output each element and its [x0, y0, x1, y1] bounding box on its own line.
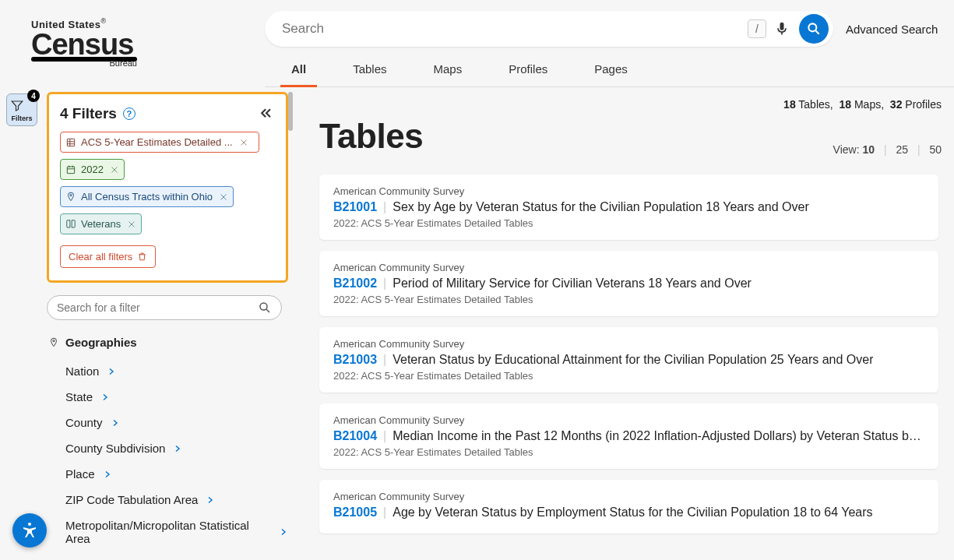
filters-panel: 4 Filters ? ACS 5-Year Estimates Detaile… [47, 92, 288, 283]
result-meta: 2022: ACS 5-Year Estimates Detailed Tabl… [333, 217, 924, 229]
chevron-right-icon [100, 393, 110, 402]
chevron-right-icon [206, 495, 215, 505]
result-id[interactable]: B21003 [333, 353, 377, 367]
geo-item-label: County [65, 416, 103, 429]
sidebar-scrollbar[interactable] [288, 92, 293, 131]
result-id[interactable]: B21004 [333, 429, 377, 443]
geo-item[interactable]: County Subdivision [65, 435, 288, 461]
tab-all[interactable]: All [291, 55, 306, 86]
calendar-icon [65, 164, 76, 175]
trash-icon [137, 252, 147, 262]
remove-filter-button[interactable] [127, 220, 136, 229]
collapse-panel-button[interactable] [258, 105, 275, 122]
result-source: American Community Survey [333, 262, 924, 273]
view-option-selected[interactable]: 10 [862, 143, 875, 156]
search-button[interactable] [799, 14, 829, 44]
table-icon [65, 137, 76, 148]
view-option[interactable]: 25 [896, 143, 908, 156]
filters-heading: 4 Filters [60, 105, 117, 122]
result-title: Age by Veteran Status by Employment Stat… [393, 505, 872, 519]
geo-item[interactable]: Place [65, 461, 288, 487]
result-meta: 2022: ACS 5-Year Estimates Detailed Tabl… [333, 294, 924, 305]
filter-chip[interactable]: ACS 5-Year Estimates Detailed ... [60, 132, 259, 153]
view-option[interactable]: 50 [929, 143, 942, 156]
view-options: View: 10 | 25 | 50 [833, 143, 942, 156]
filters-rail-button[interactable]: 4 Filters [6, 93, 37, 126]
result-source: American Community Survey [333, 185, 924, 197]
geo-item[interactable]: Metropolitan/Micropolitan Statistical Ar… [65, 512, 288, 551]
pin-icon [48, 337, 59, 348]
mic-icon[interactable] [774, 21, 790, 37]
chevron-right-icon [279, 527, 288, 537]
chevron-right-icon [107, 367, 116, 376]
filter-search[interactable] [47, 295, 282, 320]
result-card[interactable]: American Community SurveyB21001|Sex by A… [319, 174, 938, 240]
result-title: Veteran Status by Educational Attainment… [393, 353, 873, 367]
census-logo[interactable]: United States® Census Bureau [31, 17, 140, 64]
result-source: American Community Survey [333, 491, 924, 502]
page-title: Tables [319, 117, 423, 156]
svg-point-0 [808, 23, 816, 31]
remove-filter-button[interactable] [239, 138, 248, 147]
geo-item-label: ZIP Code Tabulation Area [65, 493, 198, 506]
svg-rect-2 [67, 139, 74, 146]
geo-item-label: Place [65, 467, 95, 481]
geo-item-label: Metropolitan/Micropolitan Statistical Ar… [65, 519, 271, 545]
result-title: Period of Military Service for Civilian … [393, 276, 752, 291]
geo-item[interactable]: County [65, 410, 288, 435]
help-icon[interactable]: ? [123, 107, 136, 120]
result-meta: 2022: ACS 5-Year Estimates Detailed Tabl… [333, 446, 924, 458]
filter-chip-label: 2022 [81, 164, 104, 175]
tab-pages[interactable]: Pages [594, 55, 628, 86]
result-id[interactable]: B21005 [333, 505, 377, 519]
result-meta: 2022: ACS 5-Year Estimates Detailed Tabl… [333, 370, 924, 382]
accessibility-button[interactable] [12, 513, 47, 548]
tab-tables[interactable]: Tables [353, 55, 386, 86]
result-id[interactable]: B21002 [333, 276, 377, 291]
result-card[interactable]: American Community SurveyB21002|Period o… [319, 251, 938, 316]
geo-item[interactable]: ZIP Code Tabulation Area [65, 487, 288, 512]
remove-filter-button[interactable] [110, 165, 119, 174]
svg-point-14 [70, 194, 72, 195]
accessibility-icon [20, 521, 39, 540]
filter-chip-label: ACS 5-Year Estimates Detailed ... [81, 136, 233, 148]
svg-point-22 [28, 523, 31, 526]
geo-item-label: State [65, 390, 93, 403]
geographies-heading[interactable]: Geographies [48, 336, 288, 349]
result-source: American Community Survey [333, 338, 924, 350]
result-card[interactable]: American Community SurveyB21003|Veteran … [319, 327, 938, 393]
search-icon [258, 301, 272, 315]
search-bar[interactable]: / [265, 11, 833, 47]
svg-line-20 [266, 309, 269, 312]
geo-item[interactable]: State [65, 384, 288, 410]
tab-maps[interactable]: Maps [434, 55, 463, 86]
filter-count-badge: 4 [27, 90, 40, 102]
result-source: American Community Survey [333, 414, 924, 426]
svg-point-19 [260, 303, 267, 310]
advanced-search-link[interactable]: Advanced Search [846, 23, 938, 36]
result-card[interactable]: American Community SurveyB21005|Age by V… [319, 480, 938, 534]
geo-item[interactable]: Nation [65, 358, 288, 384]
filter-chip-label: All Census Tracts within Ohio [81, 191, 213, 203]
geo-item-label: Nation [65, 365, 99, 378]
result-card[interactable]: American Community SurveyB21004|Median I… [319, 403, 938, 469]
chevron-right-icon [103, 470, 112, 479]
funnel-icon [9, 99, 25, 113]
result-id[interactable]: B21001 [333, 200, 377, 214]
filter-search-input[interactable] [57, 301, 258, 314]
filter-chip[interactable]: All Census Tracts within Ohio [60, 186, 234, 207]
result-title: Sex by Age by Veteran Status for the Civ… [393, 200, 809, 214]
result-counts: 18 Tables, 18 Maps, 32 Profiles [319, 98, 954, 111]
remove-filter-button[interactable] [219, 192, 228, 202]
chevron-right-icon [111, 418, 120, 428]
geo-item-label: County Subdivision [65, 442, 165, 455]
filter-chip-label: Veterans [81, 218, 121, 230]
tab-profiles[interactable]: Profiles [509, 55, 547, 86]
svg-line-1 [816, 31, 819, 34]
search-input[interactable] [282, 21, 748, 37]
result-title: Median Income in the Past 12 Months (in … [393, 429, 924, 443]
filter-chip[interactable]: 2022 [60, 159, 125, 180]
clear-all-filters-button[interactable]: Clear all filters [60, 245, 156, 268]
filter-chip[interactable]: Veterans [60, 213, 142, 234]
slash-key-hint: / [748, 19, 766, 38]
